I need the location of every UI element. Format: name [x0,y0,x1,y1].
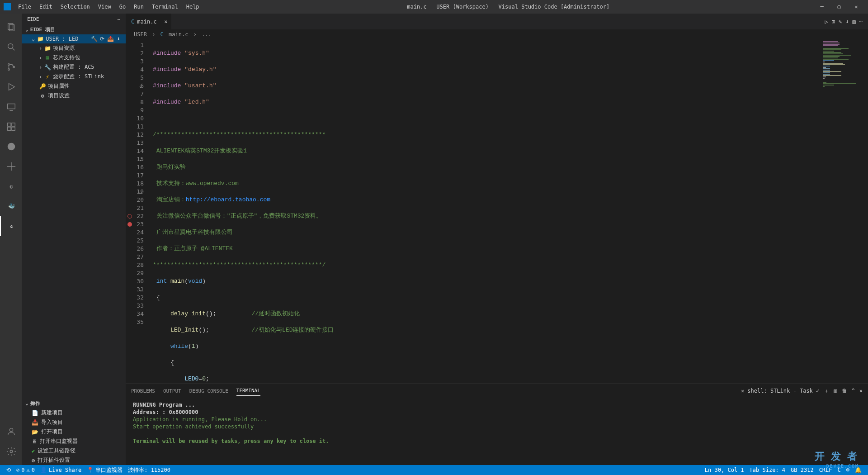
maximize-panel-icon[interactable]: ^ [852,388,855,394]
tree-item-flash[interactable]: ›⚡烧录配置 : STLink [22,72,126,81]
svg-point-14 [8,143,15,151]
chevron-right-icon: › [39,45,42,52]
maximize-button[interactable]: ▢ [831,0,847,13]
chevron-down-icon: ⌄ [25,27,28,33]
breakpoint-icon[interactable] [127,222,132,227]
panel-tab-output[interactable]: OUTPUT [163,386,181,396]
status-problems[interactable]: ⊘ 0 ⚠ 0 [14,467,38,473]
new-terminal-icon[interactable]: ＋ [824,387,829,395]
action2-icon[interactable]: ✎ [839,19,842,25]
clean-icon[interactable]: ⟳ [99,35,106,43]
status-serial[interactable]: 📍 串口监视器 [84,466,125,474]
key-icon: 🔑 [39,83,46,90]
tab-main-c[interactable]: C main.c × [126,14,172,29]
ops-section-title[interactable]: ⌄ 操作 [22,399,126,408]
gear-icon: ⚙ [39,92,46,100]
op-open[interactable]: 📂打开项目 [22,427,126,437]
menu-selection[interactable]: Selection [57,2,94,12]
remote-icon[interactable] [0,97,22,117]
sidebar-more-icon[interactable]: ⋯ [117,16,120,22]
code-area[interactable]: 1 2 3 4 5 6⌄ 7 8 9 10 11 12 13 14 15⌄ 16… [126,39,868,384]
menu-run[interactable]: Run [130,2,147,12]
minimize-button[interactable]: ─ [814,0,830,13]
panel-tab-terminal[interactable]: TERMINAL [236,386,260,396]
close-button[interactable]: ✕ [848,0,864,13]
shell-info[interactable]: ✕ shell: STLink - Task ✓ [741,388,819,394]
github-icon[interactable] [0,137,22,157]
svg-point-16 [10,450,13,453]
status-lang[interactable]: C [835,467,844,473]
terminal-content[interactable]: RUNNING Program ... Address: : 0x8000000… [126,398,868,465]
sidebar-section-title[interactable]: ⌄ EIDE 项目 [22,25,126,34]
menu-file[interactable]: File [14,2,35,12]
vscode-logo-icon [4,3,11,10]
tree-item-settings[interactable]: ⚙项目设置 [22,91,126,100]
close-tab-icon[interactable]: × [164,19,167,25]
ext1-icon[interactable] [0,157,22,176]
accounts-icon[interactable] [0,422,22,442]
op-import[interactable]: 📥导入项目 [22,418,126,427]
status-encoding[interactable]: GB 2312 [788,467,816,473]
op-plugin-settings[interactable]: ⚙打开插件设置 [22,456,126,465]
extensions-icon[interactable] [0,117,22,137]
window-controls: ─ ▢ ✕ [814,0,864,13]
source-control-icon[interactable] [0,57,22,77]
action3-icon[interactable]: ⬇ [845,19,849,25]
tree-item-build[interactable]: ›🔧构建配置 : AC5 [22,62,126,72]
status-remote[interactable]: ⟲ [4,467,14,473]
op-serial[interactable]: 🖥打开串口监视器 [22,437,126,446]
sidebar: EIDE ⋯ ⌄ EIDE 项目 ⌄ 📁 USER : LED 🔨 ⟳ 📤 ⬇ … [22,14,126,465]
activity-bar: ◐ 🐳 ✲ [0,14,22,465]
status-tab-size[interactable]: Tab Size: 4 [747,467,788,473]
chevron-right-icon: › [39,74,42,80]
project-root[interactable]: ⌄ 📁 USER : LED 🔨 ⟳ 📤 ⬇ [22,34,126,43]
split-terminal-icon[interactable]: ▥ [834,388,837,394]
title-bar: File Edit Selection View Go Run Terminal… [0,0,868,14]
svg-point-5 [8,69,10,71]
svg-rect-8 [8,104,15,109]
menu-terminal[interactable]: Terminal [148,2,182,12]
close-panel-icon[interactable]: × [859,388,863,394]
check-icon: ✔ [32,448,35,454]
action1-icon[interactable]: ⊞ [832,19,835,25]
monitor-icon: 🖥 [32,438,37,445]
menu-view[interactable]: View [94,2,115,12]
menu-go[interactable]: Go [116,2,129,12]
window-title: main.c - USER (Workspace) - Visual Studi… [203,4,814,10]
svg-point-2 [8,44,13,49]
settings-gear-icon[interactable] [0,442,22,461]
docker-icon[interactable]: 🐳 [0,196,22,216]
status-eol[interactable]: CRLF [816,467,835,473]
more-actions-icon[interactable]: ⋯ [859,19,863,25]
tree-item-chip[interactable]: ›⊞芯片支持包 [22,53,126,62]
flash-icon[interactable]: 📤 [107,35,114,43]
status-feedback-icon[interactable]: ☺ [844,467,852,473]
menu-edit[interactable]: Edit [36,2,56,12]
tree-item-resources[interactable]: ›📁项目资源 [22,43,126,53]
tree-item-props[interactable]: 🔑项目属性 [22,81,126,91]
panel-tab-problems[interactable]: PROBLEMS [131,386,155,396]
explorer-icon[interactable] [0,17,22,37]
status-baud[interactable]: 波特率: 115200 [125,466,173,474]
eide-icon[interactable]: ✲ [0,216,22,236]
status-liveshare[interactable]: 👤 Live Share [38,467,84,473]
panel-tab-debug[interactable]: DEBUG CONSOLE [189,386,228,396]
status-bell-icon[interactable]: 🔔 [852,467,864,473]
status-cursor[interactable]: Ln 30, Col 1 [702,467,747,473]
menu-help[interactable]: Help [183,2,203,12]
split-icon[interactable]: ▥ [853,19,856,25]
run-debug-icon[interactable] [0,77,22,97]
breakpoint-icon[interactable] [127,214,132,218]
minimap[interactable] [821,39,862,384]
trash-icon[interactable]: 🗑 [842,388,847,394]
op-toolchain[interactable]: ✔设置工具链路径 [22,446,126,456]
menu-bar: File Edit Selection View Go Run Terminal… [14,2,203,12]
ext2-icon[interactable]: ◐ [0,176,22,196]
op-new-project[interactable]: 📄新建项目 [22,408,126,418]
run-icon[interactable]: ▷ [825,19,828,25]
search-icon[interactable] [0,37,22,57]
code-content[interactable]: #include "sys.h" #include "delay.h" #inc… [153,39,868,384]
breadcrumb[interactable]: USER › C main.c › ... [126,29,868,39]
build-icon[interactable]: 🔨 [90,35,98,43]
debug-icon[interactable]: ⬇ [115,35,122,43]
